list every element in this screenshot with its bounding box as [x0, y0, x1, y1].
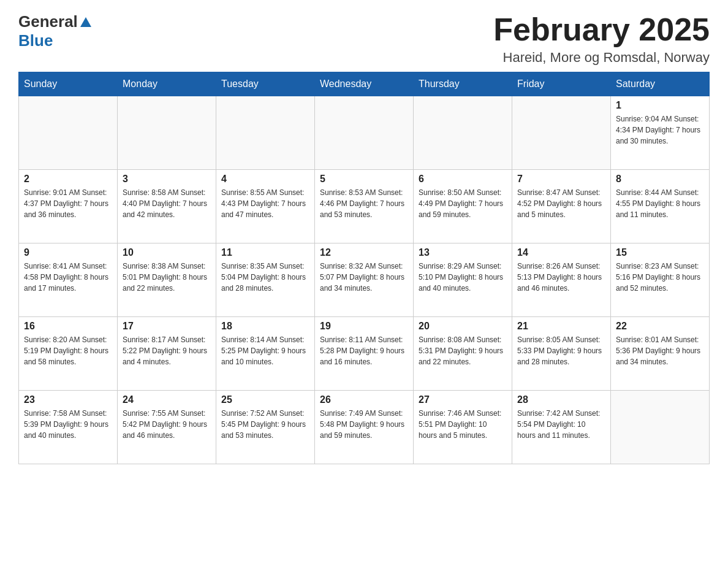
day-number: 6 — [419, 174, 507, 185]
day-info: Sunrise: 8:38 AM Sunset: 5:01 PM Dayligh… — [123, 261, 211, 294]
calendar-cell: 17Sunrise: 8:17 AM Sunset: 5:22 PM Dayli… — [118, 317, 216, 391]
day-info: Sunrise: 8:55 AM Sunset: 4:43 PM Dayligh… — [221, 187, 309, 220]
day-info: Sunrise: 8:53 AM Sunset: 4:46 PM Dayligh… — [320, 187, 408, 220]
day-number: 5 — [320, 174, 408, 185]
calendar-cell: 3Sunrise: 8:58 AM Sunset: 4:40 PM Daylig… — [118, 170, 216, 243]
calendar-cell: 28Sunrise: 7:42 AM Sunset: 5:54 PM Dayli… — [512, 391, 611, 464]
day-info: Sunrise: 8:41 AM Sunset: 4:58 PM Dayligh… — [24, 261, 112, 294]
day-number: 1 — [616, 100, 704, 111]
calendar-cell — [118, 96, 216, 170]
day-number: 3 — [123, 174, 211, 185]
calendar-week-0: 1Sunrise: 9:04 AM Sunset: 4:34 PM Daylig… — [19, 96, 710, 170]
day-number: 15 — [616, 247, 704, 258]
day-info: Sunrise: 8:29 AM Sunset: 5:10 PM Dayligh… — [419, 261, 507, 294]
day-info: Sunrise: 8:17 AM Sunset: 5:22 PM Dayligh… — [123, 334, 211, 367]
logo: General Blue — [18, 12, 93, 50]
calendar-cell: 13Sunrise: 8:29 AM Sunset: 5:10 PM Dayli… — [414, 243, 512, 317]
calendar-cell: 27Sunrise: 7:46 AM Sunset: 5:51 PM Dayli… — [414, 391, 512, 464]
day-number: 22 — [616, 321, 704, 332]
calendar-cell: 10Sunrise: 8:38 AM Sunset: 5:01 PM Dayli… — [118, 243, 216, 317]
calendar-cell: 5Sunrise: 8:53 AM Sunset: 4:46 PM Daylig… — [315, 170, 414, 243]
day-number: 19 — [320, 321, 408, 332]
day-number: 18 — [221, 321, 309, 332]
calendar-cell — [19, 96, 118, 170]
calendar-cell: 4Sunrise: 8:55 AM Sunset: 4:43 PM Daylig… — [216, 170, 315, 243]
day-number: 8 — [616, 174, 704, 185]
day-number: 23 — [24, 394, 112, 405]
calendar-cell: 16Sunrise: 8:20 AM Sunset: 5:19 PM Dayli… — [19, 317, 118, 391]
calendar-cell: 1Sunrise: 9:04 AM Sunset: 4:34 PM Daylig… — [611, 96, 710, 170]
day-number: 28 — [517, 394, 605, 405]
day-number: 25 — [221, 394, 309, 405]
day-info: Sunrise: 8:35 AM Sunset: 5:04 PM Dayligh… — [221, 261, 309, 294]
day-info: Sunrise: 7:46 AM Sunset: 5:51 PM Dayligh… — [419, 408, 507, 441]
calendar-cell: 15Sunrise: 8:23 AM Sunset: 5:16 PM Dayli… — [611, 243, 710, 317]
calendar-week-3: 16Sunrise: 8:20 AM Sunset: 5:19 PM Dayli… — [19, 317, 710, 391]
day-number: 11 — [221, 247, 309, 258]
day-info: Sunrise: 7:49 AM Sunset: 5:48 PM Dayligh… — [320, 408, 408, 441]
day-info: Sunrise: 8:20 AM Sunset: 5:19 PM Dayligh… — [24, 334, 112, 367]
day-info: Sunrise: 7:58 AM Sunset: 5:39 PM Dayligh… — [24, 408, 112, 441]
day-number: 2 — [24, 174, 112, 185]
day-header-thursday: Thursday — [414, 72, 512, 96]
calendar-cell: 24Sunrise: 7:55 AM Sunset: 5:42 PM Dayli… — [118, 391, 216, 464]
day-info: Sunrise: 7:52 AM Sunset: 5:45 PM Dayligh… — [221, 408, 309, 441]
calendar-cell: 18Sunrise: 8:14 AM Sunset: 5:25 PM Dayli… — [216, 317, 315, 391]
calendar-cell — [315, 96, 414, 170]
day-info: Sunrise: 8:58 AM Sunset: 4:40 PM Dayligh… — [123, 187, 211, 220]
day-info: Sunrise: 8:47 AM Sunset: 4:52 PM Dayligh… — [517, 187, 605, 220]
page-header: General Blue February 2025 Hareid, More … — [18, 12, 710, 66]
day-header-tuesday: Tuesday — [216, 72, 315, 96]
day-info: Sunrise: 9:01 AM Sunset: 4:37 PM Dayligh… — [24, 187, 112, 220]
calendar-cell: 11Sunrise: 8:35 AM Sunset: 5:04 PM Dayli… — [216, 243, 315, 317]
day-header-friday: Friday — [512, 72, 611, 96]
calendar-cell — [216, 96, 315, 170]
day-number: 17 — [123, 321, 211, 332]
svg-marker-0 — [80, 17, 91, 27]
day-info: Sunrise: 8:44 AM Sunset: 4:55 PM Dayligh… — [616, 187, 704, 220]
calendar-cell: 21Sunrise: 8:05 AM Sunset: 5:33 PM Dayli… — [512, 317, 611, 391]
calendar-cell: 12Sunrise: 8:32 AM Sunset: 5:07 PM Dayli… — [315, 243, 414, 317]
location-title: Hareid, More og Romsdal, Norway — [493, 50, 710, 66]
calendar-cell — [512, 96, 611, 170]
day-number: 27 — [419, 394, 507, 405]
calendar-cell: 7Sunrise: 8:47 AM Sunset: 4:52 PM Daylig… — [512, 170, 611, 243]
logo-text-blue: Blue — [18, 31, 53, 50]
day-info: Sunrise: 8:11 AM Sunset: 5:28 PM Dayligh… — [320, 334, 408, 367]
day-number: 4 — [221, 174, 309, 185]
calendar-cell: 14Sunrise: 8:26 AM Sunset: 5:13 PM Dayli… — [512, 243, 611, 317]
day-number: 9 — [24, 247, 112, 258]
calendar-cell: 26Sunrise: 7:49 AM Sunset: 5:48 PM Dayli… — [315, 391, 414, 464]
day-info: Sunrise: 8:26 AM Sunset: 5:13 PM Dayligh… — [517, 261, 605, 294]
calendar-cell: 9Sunrise: 8:41 AM Sunset: 4:58 PM Daylig… — [19, 243, 118, 317]
day-number: 14 — [517, 247, 605, 258]
calendar-cell: 2Sunrise: 9:01 AM Sunset: 4:37 PM Daylig… — [19, 170, 118, 243]
day-info: Sunrise: 8:05 AM Sunset: 5:33 PM Dayligh… — [517, 334, 605, 367]
day-info: Sunrise: 8:23 AM Sunset: 5:16 PM Dayligh… — [616, 261, 704, 294]
day-number: 26 — [320, 394, 408, 405]
day-number: 10 — [123, 247, 211, 258]
calendar-cell: 20Sunrise: 8:08 AM Sunset: 5:31 PM Dayli… — [414, 317, 512, 391]
calendar-cell: 23Sunrise: 7:58 AM Sunset: 5:39 PM Dayli… — [19, 391, 118, 464]
day-info: Sunrise: 8:14 AM Sunset: 5:25 PM Dayligh… — [221, 334, 309, 367]
day-info: Sunrise: 7:55 AM Sunset: 5:42 PM Dayligh… — [123, 408, 211, 441]
day-info: Sunrise: 8:01 AM Sunset: 5:36 PM Dayligh… — [616, 334, 704, 367]
day-header-monday: Monday — [118, 72, 216, 96]
day-number: 7 — [517, 174, 605, 185]
day-info: Sunrise: 8:08 AM Sunset: 5:31 PM Dayligh… — [419, 334, 507, 367]
logo-icon — [79, 16, 93, 29]
logo-text-general: General — [18, 12, 78, 31]
title-area: February 2025 Hareid, More og Romsdal, N… — [493, 12, 710, 66]
day-info: Sunrise: 8:32 AM Sunset: 5:07 PM Dayligh… — [320, 261, 408, 294]
day-header-wednesday: Wednesday — [315, 72, 414, 96]
calendar-cell — [611, 391, 710, 464]
day-number: 13 — [419, 247, 507, 258]
calendar-cell: 19Sunrise: 8:11 AM Sunset: 5:28 PM Dayli… — [315, 317, 414, 391]
calendar-cell: 8Sunrise: 8:44 AM Sunset: 4:55 PM Daylig… — [611, 170, 710, 243]
calendar-header: SundayMondayTuesdayWednesdayThursdayFrid… — [19, 72, 710, 96]
calendar-cell: 6Sunrise: 8:50 AM Sunset: 4:49 PM Daylig… — [414, 170, 512, 243]
day-number: 12 — [320, 247, 408, 258]
calendar-cell — [414, 96, 512, 170]
day-number: 21 — [517, 321, 605, 332]
calendar-cell: 25Sunrise: 7:52 AM Sunset: 5:45 PM Dayli… — [216, 391, 315, 464]
